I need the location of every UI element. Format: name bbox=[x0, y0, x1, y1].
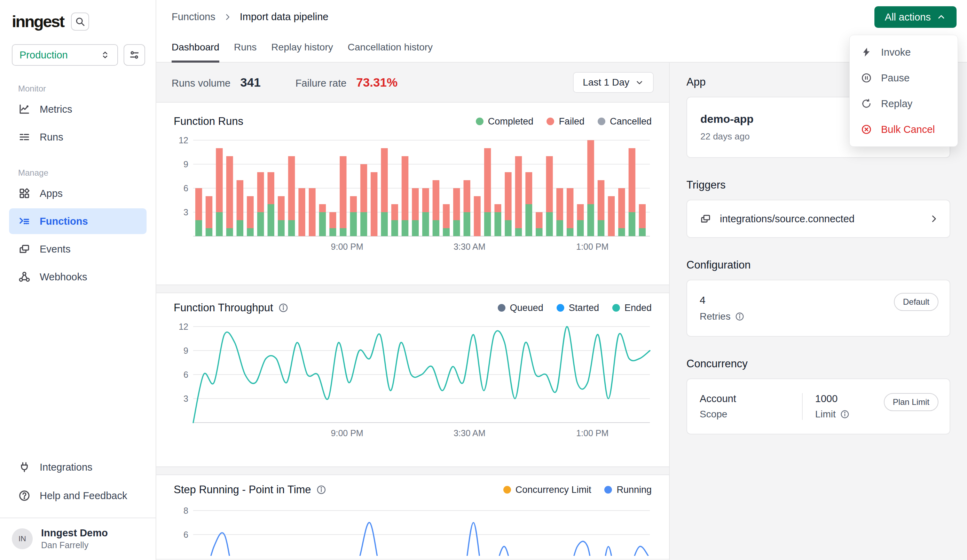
step-running-chart: 68 bbox=[174, 504, 652, 556]
concurrency-scope-value: Account bbox=[700, 393, 789, 405]
replay-icon bbox=[861, 98, 872, 109]
function-throughput-legend: Queued Started Ended bbox=[498, 303, 652, 313]
breadcrumb: Functions Import data pipeline bbox=[156, 0, 967, 23]
failed-dot bbox=[546, 118, 554, 125]
lightning-icon bbox=[861, 47, 872, 58]
functions-icon bbox=[18, 215, 31, 227]
breadcrumb-current: Import data pipeline bbox=[240, 11, 328, 23]
info-icon[interactable] bbox=[840, 409, 850, 419]
failure-rate-label: Failure rate bbox=[295, 77, 347, 89]
svg-text:9:00 PM: 9:00 PM bbox=[331, 428, 363, 438]
concurrency-heading: Concurrency bbox=[686, 357, 950, 370]
apps-grid-icon bbox=[18, 187, 31, 200]
default-badge: Default bbox=[894, 293, 939, 311]
sidebar-item-metrics[interactable]: Metrics bbox=[9, 96, 147, 122]
metrics-chart-icon bbox=[18, 103, 31, 115]
step-running-legend: Concurrency Limit Running bbox=[503, 484, 652, 495]
chevron-down-icon bbox=[635, 78, 644, 87]
event-windows-icon bbox=[700, 213, 711, 225]
all-actions-button[interactable]: All actions bbox=[875, 6, 957, 28]
svg-text:9: 9 bbox=[183, 346, 188, 356]
retries-label: Retries bbox=[700, 311, 731, 322]
runs-list-icon bbox=[18, 131, 31, 143]
plan-limit-badge: Plan Limit bbox=[884, 393, 939, 411]
svg-text:9:00 PM: 9:00 PM bbox=[331, 242, 363, 252]
function-runs-chart: 369129:00 PM3:30 AM1:00 PM bbox=[174, 135, 652, 252]
sidebar-item-label: Integrations bbox=[40, 461, 92, 473]
help-circle-icon bbox=[18, 489, 31, 502]
concurrency-card: Account Scope 1000 Limit Plan Limit bbox=[686, 379, 950, 435]
webhook-icon bbox=[18, 271, 31, 283]
sliders-icon bbox=[129, 49, 140, 61]
configuration-heading: Configuration bbox=[686, 259, 950, 271]
svg-text:12: 12 bbox=[178, 322, 188, 331]
legend-concurrency-limit: Concurrency Limit bbox=[503, 484, 591, 495]
chevron-right-icon bbox=[223, 13, 232, 21]
menu-item-bulk-cancel[interactable]: Bulk Cancel bbox=[850, 117, 958, 142]
function-throughput-section: Function Throughput Queued Started bbox=[156, 293, 669, 467]
user-menu[interactable]: IN Inngest Demo Dan Farrelly bbox=[0, 517, 155, 560]
environment-selector[interactable]: Production bbox=[12, 44, 118, 66]
pause-circle-icon bbox=[861, 72, 872, 84]
menu-item-replay[interactable]: Replay bbox=[850, 91, 958, 117]
sidebar-item-label: Apps bbox=[40, 188, 63, 199]
svg-text:6: 6 bbox=[183, 183, 188, 193]
sidebar-item-runs[interactable]: Runs bbox=[9, 124, 147, 150]
menu-item-invoke[interactable]: Invoke bbox=[850, 39, 958, 65]
svg-text:3:30 AM: 3:30 AM bbox=[454, 428, 485, 438]
failure-rate-value: 73.31% bbox=[356, 76, 398, 89]
stats-band: Runs volume 341 Failure rate 73.31% Last… bbox=[156, 63, 669, 102]
svg-text:6: 6 bbox=[183, 530, 188, 539]
svg-text:8: 8 bbox=[183, 506, 188, 516]
chevron-right-icon bbox=[929, 214, 939, 224]
completed-dot bbox=[476, 118, 484, 125]
function-runs-section: Function Runs Completed Failed Cancel bbox=[156, 102, 669, 285]
sidebar-item-help[interactable]: Help and Feedback bbox=[9, 483, 147, 509]
events-windows-icon bbox=[18, 243, 31, 255]
search-button[interactable] bbox=[71, 13, 89, 31]
sidebar-item-integrations[interactable]: Integrations bbox=[9, 454, 147, 480]
info-icon[interactable] bbox=[278, 303, 289, 313]
info-icon[interactable] bbox=[316, 484, 327, 495]
tab-bar: Dashboard Runs Replay history Cancellati… bbox=[172, 42, 433, 63]
sidebar-item-label: Metrics bbox=[40, 104, 72, 115]
svg-text:12: 12 bbox=[178, 135, 188, 145]
failure-rate-stat: Failure rate 73.31% bbox=[295, 76, 398, 89]
inngest-logo: inngest bbox=[12, 12, 64, 31]
time-range-select[interactable]: Last 1 Day bbox=[573, 72, 654, 93]
concurrency-limit-label: Limit bbox=[815, 409, 836, 420]
environment-settings-button[interactable] bbox=[124, 44, 145, 66]
retries-card: 4 Retries Default bbox=[686, 280, 950, 337]
sidebar-item-label: Functions bbox=[40, 216, 88, 227]
menu-item-pause[interactable]: Pause bbox=[850, 65, 958, 91]
tab-runs[interactable]: Runs bbox=[234, 42, 257, 63]
legend-failed: Failed bbox=[546, 116, 584, 127]
sidebar-item-webhooks[interactable]: Webhooks bbox=[9, 264, 147, 290]
legend-started: Started bbox=[556, 303, 599, 313]
sidebar-item-functions[interactable]: Functions bbox=[9, 208, 147, 234]
all-actions-label: All actions bbox=[885, 12, 931, 23]
charts-column: Runs volume 341 Failure rate 73.31% Last… bbox=[156, 63, 669, 560]
sidebar-item-apps[interactable]: Apps bbox=[9, 181, 147, 206]
ended-dot bbox=[612, 304, 620, 312]
main-area: Functions Import data pipeline Dashboard… bbox=[156, 0, 967, 560]
sidebar-item-events[interactable]: Events bbox=[9, 236, 147, 262]
info-icon[interactable] bbox=[735, 312, 744, 321]
breadcrumb-functions[interactable]: Functions bbox=[172, 11, 216, 23]
triggers-heading: Triggers bbox=[686, 179, 950, 191]
svg-text:1:00 PM: 1:00 PM bbox=[576, 242, 609, 252]
tab-replay-history[interactable]: Replay history bbox=[271, 42, 333, 63]
time-range-value: Last 1 Day bbox=[583, 77, 629, 88]
tab-cancellation-history[interactable]: Cancellation history bbox=[348, 42, 433, 63]
sidebar-item-label: Webhooks bbox=[40, 271, 87, 283]
tab-dashboard[interactable]: Dashboard bbox=[172, 42, 219, 63]
user-org: Inngest Demo bbox=[41, 527, 108, 539]
trigger-card[interactable]: integrations/source.connected bbox=[686, 200, 950, 238]
chevron-up-down-icon bbox=[100, 50, 111, 60]
plug-icon bbox=[18, 461, 31, 473]
function-runs-legend: Completed Failed Cancelled bbox=[476, 116, 652, 127]
svg-text:3: 3 bbox=[183, 207, 188, 217]
legend-ended: Ended bbox=[612, 303, 652, 313]
cancel-circle-icon bbox=[861, 124, 872, 135]
sidebar-section-monitor: Monitor bbox=[18, 84, 155, 94]
